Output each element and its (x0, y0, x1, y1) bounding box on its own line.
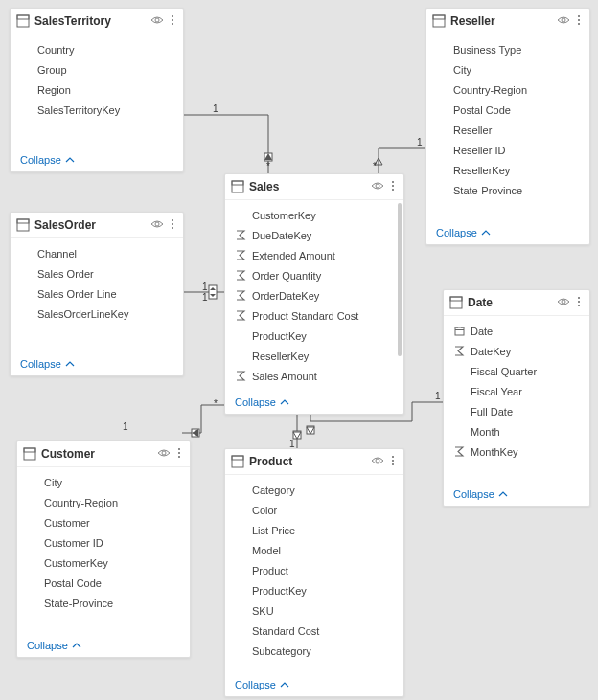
field-row[interactable]: Business Type (426, 40, 589, 60)
field-row[interactable]: State-Province (426, 181, 589, 201)
field-row[interactable]: Channel (11, 244, 183, 264)
field-row[interactable]: Sales Order (11, 264, 183, 284)
more-icon[interactable] (174, 446, 184, 462)
field-label: Month (471, 424, 500, 440)
field-row[interactable]: Fiscal Quarter (444, 362, 589, 382)
field-row[interactable]: Reseller (426, 121, 589, 141)
table-header[interactable]: Reseller (426, 9, 589, 34)
collapse-button[interactable]: Collapse (11, 148, 183, 171)
field-row[interactable]: DateKey (444, 342, 589, 362)
field-row[interactable]: Model (225, 541, 403, 561)
visibility-icon[interactable] (157, 447, 171, 461)
field-row[interactable]: CustomerKey (225, 206, 403, 226)
field-row[interactable]: ResellerKey (426, 161, 589, 181)
field-row[interactable]: Customer (17, 513, 190, 533)
table-salesorder[interactable]: SalesOrder ChannelSales OrderSales Order… (10, 212, 184, 376)
field-row[interactable]: ResellerKey (225, 347, 403, 367)
table-product[interactable]: Product CategoryColorList PriceModelProd… (224, 448, 404, 697)
field-row[interactable]: MonthKey (444, 442, 589, 463)
field-row[interactable]: DueDateKey (225, 226, 403, 246)
field-row[interactable]: SalesOrderLineKey (225, 387, 403, 391)
field-label: City (44, 475, 62, 491)
field-label: SalesTerritoryKey (37, 102, 120, 119)
field-row[interactable]: Fiscal Year (444, 382, 589, 402)
table-customer[interactable]: Customer CityCountry-RegionCustomerCusto… (16, 440, 191, 658)
field-row[interactable]: Subcategory (225, 642, 403, 662)
table-salesterritory[interactable]: SalesTerritory CountryGroupRegionSalesTe… (10, 8, 184, 172)
table-reseller[interactable]: Reseller Business TypeCityCountry-Region… (426, 8, 590, 245)
table-header[interactable]: SalesTerritory (11, 9, 183, 34)
table-header[interactable]: Product (225, 449, 403, 475)
field-label: Order Quantity (252, 268, 321, 284)
collapse-button[interactable]: Collapse (444, 483, 589, 506)
collapse-button[interactable]: Collapse (225, 673, 403, 696)
field-row[interactable]: ProductKey (225, 327, 403, 347)
field-row[interactable]: City (426, 60, 589, 80)
field-row[interactable]: Reseller ID (426, 141, 589, 161)
field-row[interactable]: Country (11, 40, 183, 60)
field-row[interactable]: State-Province (17, 594, 190, 614)
visibility-icon[interactable] (150, 218, 164, 232)
table-header[interactable]: SalesOrder (11, 213, 183, 238)
field-row[interactable]: Postal Code (17, 574, 190, 594)
field-row[interactable]: Product Standard Cost (225, 306, 403, 327)
field-row[interactable]: CustomerKey (17, 553, 190, 574)
scrollbar[interactable] (398, 203, 402, 356)
field-row[interactable]: SalesTerritoryKey (11, 101, 183, 121)
table-header[interactable]: Customer (17, 441, 190, 467)
field-row[interactable]: SalesOrderLineKey (11, 305, 183, 325)
svg-rect-41 (450, 297, 462, 308)
field-row[interactable]: Standard Cost (225, 621, 403, 642)
cardinality-one: 1 (213, 103, 218, 114)
more-icon[interactable] (168, 13, 177, 29)
table-date[interactable]: Date DateDateKeyFiscal QuarterFiscal Yea… (443, 289, 590, 507)
more-icon[interactable] (574, 295, 584, 310)
field-row[interactable]: Country-Region (426, 80, 589, 101)
field-row[interactable]: Group (11, 60, 183, 80)
visibility-icon[interactable] (557, 296, 570, 309)
visibility-icon[interactable] (557, 14, 570, 28)
more-icon[interactable] (388, 454, 398, 469)
visibility-icon[interactable] (150, 14, 164, 28)
collapse-button[interactable]: Collapse (11, 352, 183, 375)
field-row[interactable]: Country-Region (17, 493, 190, 513)
visibility-icon[interactable] (371, 180, 384, 193)
field-row[interactable]: OrderDateKey (225, 286, 403, 306)
field-row[interactable]: Sales Amount (225, 367, 403, 387)
field-row[interactable]: Extended Amount (225, 246, 403, 266)
table-header[interactable]: Date (444, 290, 589, 316)
field-row[interactable]: Month (444, 422, 589, 442)
field-row[interactable]: Region (11, 80, 183, 101)
more-icon[interactable] (388, 179, 398, 194)
field-row[interactable]: Full Date (444, 402, 589, 422)
field-row[interactable]: SKU (225, 601, 403, 621)
visibility-icon[interactable] (371, 455, 384, 468)
field-row[interactable]: Sales Order Line (11, 284, 183, 305)
more-icon[interactable] (168, 217, 177, 233)
table-sales[interactable]: Sales CustomerKeyDueDateKeyExtended Amou… (224, 173, 404, 415)
table-title: SalesTerritory (32, 14, 150, 28)
field-label: State-Province (44, 596, 113, 612)
svg-point-39 (578, 19, 580, 21)
cardinality-one: 1 (202, 292, 208, 303)
field-row[interactable]: City (17, 473, 190, 493)
field-row[interactable]: Postal Code (426, 101, 589, 121)
field-label: Country (37, 42, 75, 58)
more-icon[interactable] (574, 13, 584, 29)
field-row[interactable]: Date (444, 322, 589, 342)
field-list: DateDateKeyFiscal QuarterFiscal YearFull… (444, 316, 589, 483)
field-row[interactable]: Color (225, 501, 403, 521)
field-row[interactable]: Customer ID (17, 533, 190, 553)
collapse-button[interactable]: Collapse (225, 391, 403, 414)
collapse-button[interactable]: Collapse (17, 634, 190, 657)
field-row[interactable]: Order Quantity (225, 266, 403, 286)
field-row[interactable]: Product (225, 561, 403, 581)
collapse-button[interactable]: Collapse (426, 221, 589, 244)
cardinality-many: * (266, 161, 270, 171)
field-row[interactable]: ProductKey (225, 581, 403, 601)
table-header[interactable]: Sales (225, 174, 403, 200)
field-label: Model (252, 543, 281, 559)
field-label: State-Province (453, 183, 522, 199)
field-row[interactable]: List Price (225, 521, 403, 541)
field-row[interactable]: Category (225, 481, 403, 501)
